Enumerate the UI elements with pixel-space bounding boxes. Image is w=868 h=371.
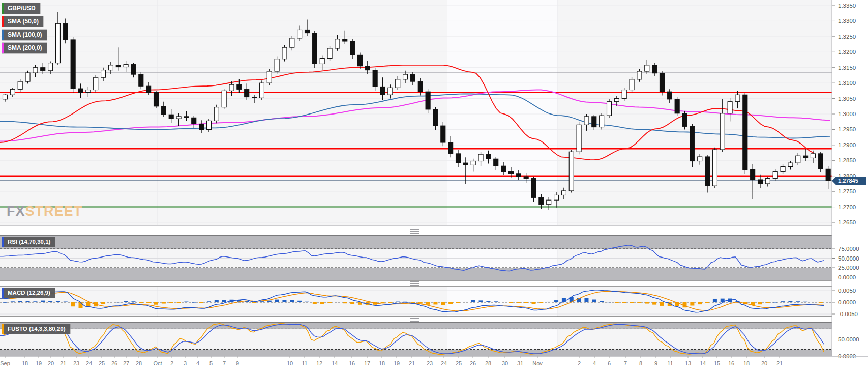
- date-label: 11: [667, 360, 673, 366]
- last-price-label: 1.27845: [838, 178, 858, 184]
- date-label: 11: [302, 360, 307, 366]
- axis-label: 0.0050: [838, 288, 856, 294]
- date-label: 25: [99, 360, 105, 366]
- date-label: 20: [48, 360, 54, 366]
- axis-label: 0.0000: [838, 274, 856, 280]
- axis-label: 25.0000: [838, 265, 859, 271]
- date-label: 9: [654, 360, 657, 366]
- axis-label: 1.2950: [838, 126, 856, 132]
- date-label: 18: [379, 360, 385, 366]
- axis-label: 50.0000: [838, 255, 859, 262]
- date-label: 4: [196, 360, 199, 366]
- rsi-axis: 75.000050.000025.00000.0000: [832, 246, 859, 280]
- date-label: 24: [441, 360, 447, 366]
- axis-label: 1.3100: [838, 80, 856, 86]
- date-label: 18: [22, 360, 28, 366]
- date-label: 28: [485, 360, 491, 366]
- date-label: 19: [394, 360, 400, 366]
- date-label: 28: [136, 360, 142, 366]
- date-label: 15: [714, 360, 720, 366]
- date-label: 26: [470, 360, 476, 366]
- date-label: 31: [517, 360, 523, 366]
- date-label: 17: [364, 360, 370, 366]
- date-label: 19: [36, 360, 42, 366]
- date-label: 23: [427, 360, 433, 366]
- axis-label: -0.0050: [838, 311, 858, 317]
- date-label: 12: [316, 360, 322, 366]
- date-label: 4: [593, 360, 596, 366]
- date-label: 7: [223, 360, 226, 366]
- macd-axis: 0.00500.0000-0.0050: [832, 288, 858, 317]
- axis-label: 1.2650: [838, 219, 856, 225]
- axis-label: 75.0000: [838, 246, 859, 252]
- date-label: 30: [502, 360, 508, 366]
- date-label: 16: [728, 360, 734, 366]
- date-label: 9: [236, 360, 239, 366]
- date-label: 21: [60, 360, 66, 366]
- date-label: 24: [86, 360, 92, 366]
- fusto-axis: 50.00000.0000: [832, 336, 859, 360]
- date-label: 21: [409, 360, 415, 366]
- date-label: 2: [170, 360, 173, 366]
- date-label: 25: [456, 360, 462, 366]
- resize-handle-rsi-macd[interactable]: [410, 281, 419, 286]
- date-label: 21: [776, 360, 783, 366]
- chart-canvas[interactable]: 1.33501.33001.32501.32001.31501.31001.30…: [0, 0, 868, 371]
- date-label: Oct: [153, 360, 162, 366]
- date-label: 13: [685, 360, 691, 366]
- last-price-badge: 1.27845: [832, 177, 866, 185]
- resize-handle-main-rsi[interactable]: [410, 229, 419, 234]
- axis-label: 50.0000: [838, 336, 859, 343]
- axis-label: 1.3150: [838, 65, 856, 71]
- date-label: 2: [578, 360, 581, 366]
- chart-svg: 1.33501.33001.32501.32001.31501.31001.30…: [0, 0, 868, 371]
- date-label: 23: [73, 360, 79, 366]
- axis-label: 1.3050: [838, 96, 856, 102]
- date-label: 8: [639, 360, 642, 366]
- date-label: 5: [209, 360, 213, 366]
- date-label: 16: [349, 360, 355, 366]
- chart-window: 1.33501.33001.32501.32001.31501.31001.30…: [0, 0, 868, 371]
- axis-label: 1.2750: [838, 188, 856, 194]
- date-label: 14: [700, 360, 706, 366]
- date-label: 7: [624, 360, 627, 366]
- date-label: 6: [608, 360, 611, 366]
- axis-label: 1.3300: [838, 18, 856, 24]
- date-label: 3: [184, 360, 187, 366]
- axis-label: 1.3000: [838, 111, 856, 117]
- date-label: 26: [111, 360, 117, 366]
- axis-label: 1.3350: [838, 3, 856, 9]
- axis-label: 0.0000: [838, 299, 856, 305]
- date-label: Nov: [532, 360, 543, 366]
- axis-label: 1.3200: [838, 49, 856, 55]
- axis-label: 1.2900: [838, 142, 856, 148]
- date-label: 10: [287, 360, 293, 366]
- axis-label: 1.3250: [838, 34, 856, 40]
- date-label: 18: [743, 360, 750, 366]
- date-label: 20: [761, 360, 767, 366]
- resize-handle-macd-fusto[interactable]: [410, 318, 419, 322]
- date-axis: Sep18192021232425262728Oct23457910111214…: [0, 356, 868, 366]
- date-label: Sep: [0, 360, 10, 366]
- fusto-panel: [0, 322, 832, 356]
- date-label: 14: [332, 360, 338, 366]
- axis-label: 1.2850: [838, 157, 856, 163]
- axis-label: 1.2700: [838, 204, 856, 210]
- date-label: 27: [123, 360, 129, 366]
